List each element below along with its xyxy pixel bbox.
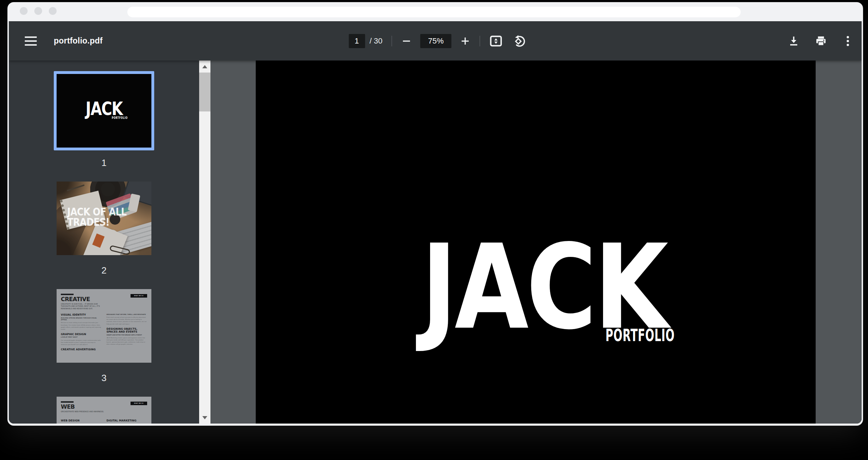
address-bar[interactable] bbox=[127, 7, 741, 17]
thumbnail-frame: WHAT WE DO CREATIVE CREATIVITY IS OUR FU… bbox=[54, 286, 154, 366]
arrow-down-icon bbox=[202, 416, 207, 419]
thumb-logo-text: JACK bbox=[86, 99, 122, 118]
doc-intro: CREATIVITY IS OUR FUEL – IT DRIVES OUR T… bbox=[61, 303, 105, 310]
doc-right-column: DIGITAL MARKETING bbox=[106, 419, 147, 422]
thumbnail-page-4-preview: WHAT WE DO WEB ORCHESTRATE WEB PRESENCE … bbox=[57, 397, 151, 424]
download-icon bbox=[788, 35, 799, 47]
scrollbar-thumb[interactable] bbox=[199, 73, 210, 111]
doc-right-column: MESSAGES THAT INFORM, THRILL, AND RESONA… bbox=[106, 314, 147, 351]
section-subheading: LOVE AT FIRST SIGHT bbox=[61, 336, 102, 338]
page-number-input[interactable]: 1 bbox=[349, 34, 365, 48]
pdf-page-1: JACK PORTFOLIO bbox=[256, 61, 816, 424]
what-we-do-badge: WHAT WE DO bbox=[131, 402, 147, 405]
toolbar-left-group: portfolio.pdf bbox=[25, 21, 103, 61]
doc-columns: VISUAL IDENTITY BUILDING STRONG BRANDS T… bbox=[61, 314, 147, 351]
browser-window: portfolio.pdf 1 / 30 75% bbox=[7, 2, 863, 426]
thumbnail-page-1[interactable]: JACK PORTFOLIO 1 bbox=[54, 71, 154, 168]
zoom-level-value[interactable]: 75% bbox=[420, 34, 451, 48]
fit-to-page-button[interactable] bbox=[489, 35, 503, 47]
more-options-button[interactable] bbox=[843, 35, 853, 47]
pdf-viewport: JACK PORTFOLIO bbox=[210, 61, 862, 424]
thumbnail-page-3-preview: WHAT WE DO CREATIVE CREATIVITY IS OUR FU… bbox=[57, 289, 151, 363]
overlay-line-2: TRADES! bbox=[67, 217, 126, 228]
thumbnail-selection-frame: JACK PORTFOLIO bbox=[54, 71, 154, 150]
browser-title-bar bbox=[7, 2, 863, 21]
traffic-lights bbox=[20, 7, 57, 15]
thumbnail-page-2-preview: JACK OF ALL TRADES! bbox=[57, 182, 151, 255]
thumbnail-frame: WHAT WE DO WEB ORCHESTRATE WEB PRESENCE … bbox=[54, 394, 154, 424]
section-heading: CREATIVE ADVERTISING bbox=[61, 348, 102, 351]
section-subheading: SMART AND EFFECTIVE BRAND DEPLOYMENT bbox=[106, 334, 147, 336]
section-body: From initial concept to final execution … bbox=[106, 316, 147, 325]
section-heading: WEB DESIGN bbox=[61, 419, 102, 422]
document-title: portfolio.pdf bbox=[54, 36, 103, 46]
minus-icon bbox=[401, 36, 412, 46]
section-heading: GRAPHIC DESIGN bbox=[61, 333, 102, 336]
toolbar-divider bbox=[392, 36, 392, 46]
arrow-up-icon bbox=[202, 65, 207, 68]
section-subheading: BUILDING STRONG BRANDS THROUGH VISUAL AP… bbox=[61, 317, 102, 321]
thumbnail-page-number: 2 bbox=[102, 265, 106, 276]
portfolio-subtitle: PORTFOLIO bbox=[606, 325, 675, 345]
section-heading: DESIGNING OBJECTS, SPACES AND EVENTS bbox=[106, 328, 147, 334]
minimize-window-icon[interactable] bbox=[34, 7, 42, 15]
menu-icon[interactable] bbox=[25, 36, 37, 46]
section-subheading: MESSAGES THAT INFORM, THRILL, AND RESONA… bbox=[106, 314, 147, 316]
thumb-logo-subtitle: PORTFOLIO bbox=[112, 116, 128, 120]
sidebar-scrollbar[interactable] bbox=[199, 61, 210, 424]
print-icon bbox=[815, 35, 827, 47]
section-heading: DIGITAL MARKETING bbox=[106, 419, 147, 422]
doc-columns: WEB DESIGN DIGITAL MARKETING bbox=[61, 419, 147, 422]
download-button[interactable] bbox=[788, 35, 799, 47]
scroll-down-button[interactable] bbox=[199, 412, 210, 424]
doc-left-column: WEB DESIGN bbox=[61, 419, 102, 422]
section-heading: VISUAL IDENTITY bbox=[61, 314, 102, 317]
thumb-jack-logo: JACK PORTFOLIO bbox=[81, 99, 127, 118]
photo-overlay-text: JACK OF ALL TRADES! bbox=[67, 207, 126, 227]
doc-intro: ORCHESTRATE WEB PRESENCE AND AWARNESS. bbox=[61, 411, 105, 413]
viewer-content: JACK PORTFOLIO 1 bbox=[9, 61, 862, 424]
thumbnail-page-1-preview: JACK PORTFOLIO bbox=[57, 74, 151, 148]
thumbnail-page-3[interactable]: WHAT WE DO CREATIVE CREATIVITY IS OUR FU… bbox=[54, 286, 154, 383]
maximize-window-icon[interactable] bbox=[49, 7, 57, 15]
thumbnail-page-2[interactable]: JACK OF ALL TRADES! 2 bbox=[54, 179, 154, 276]
toolbar-right-group bbox=[788, 21, 853, 61]
page-count-label: / 30 bbox=[370, 36, 383, 46]
title-rule bbox=[61, 401, 74, 403]
zoom-in-button[interactable] bbox=[460, 36, 470, 46]
pdf-toolbar: portfolio.pdf 1 / 30 75% bbox=[9, 21, 862, 61]
rotate-button[interactable] bbox=[513, 35, 526, 47]
thumbnail-page-number: 1 bbox=[102, 157, 106, 168]
thumbnail-page-number: 3 bbox=[102, 373, 106, 383]
close-window-icon[interactable] bbox=[20, 7, 28, 15]
vertical-dots-icon bbox=[843, 35, 853, 47]
plus-icon bbox=[460, 36, 470, 46]
pdf-viewer: portfolio.pdf 1 / 30 75% bbox=[9, 21, 862, 424]
what-we-do-badge: WHAT WE DO bbox=[131, 294, 147, 298]
thumbnail-page-4[interactable]: WHAT WE DO WEB ORCHESTRATE WEB PRESENCE … bbox=[54, 394, 154, 424]
thumbnail-sidebar: JACK PORTFOLIO 1 bbox=[9, 61, 199, 424]
jack-logo: JACK PORTFOLIO bbox=[396, 229, 676, 346]
section-body: We love to create striking visual concep… bbox=[61, 322, 102, 330]
zoom-out-button[interactable] bbox=[401, 36, 412, 46]
section-body: Our seasoned graphic designers create co… bbox=[61, 339, 102, 346]
rotate-counterclockwise-icon bbox=[513, 35, 526, 47]
section-body: JACK Marketing creates spaces and organi… bbox=[106, 337, 147, 345]
fit-page-icon bbox=[489, 35, 503, 47]
doc-left-column: VISUAL IDENTITY BUILDING STRONG BRANDS T… bbox=[61, 314, 102, 351]
thumbnail-frame: JACK OF ALL TRADES! bbox=[54, 179, 154, 258]
toolbar-center-group: 1 / 30 75% bbox=[349, 21, 526, 61]
toolbar-divider bbox=[480, 36, 480, 46]
title-rule bbox=[61, 294, 74, 295]
scroll-up-button[interactable] bbox=[199, 61, 210, 73]
print-button[interactable] bbox=[815, 35, 827, 47]
